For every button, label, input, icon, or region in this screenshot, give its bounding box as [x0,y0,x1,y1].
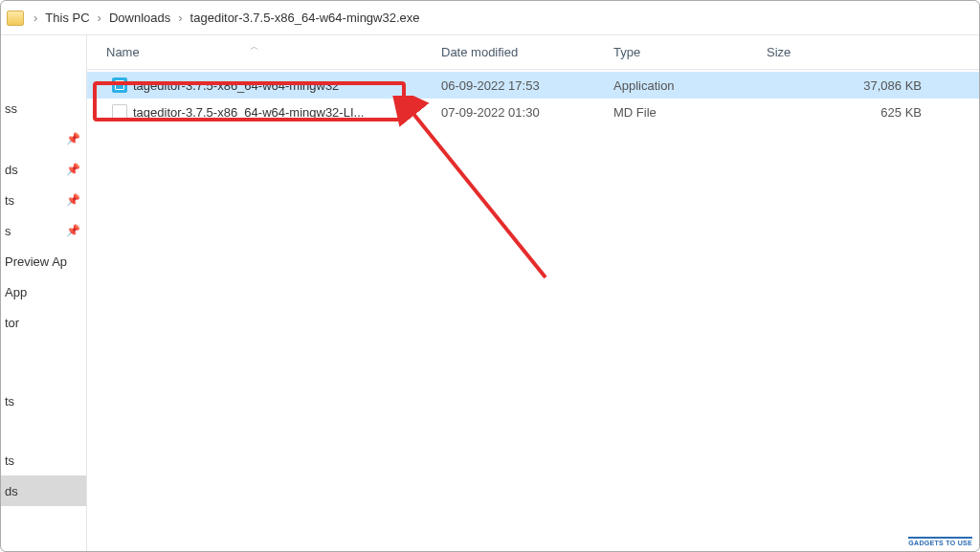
file-row[interactable]: tageditor-3.7.5-x86_64-w64-mingw32-LI...… [87,99,979,125]
sidebar-item-label: Preview Ap [5,254,67,269]
sidebar-item[interactable]: ts [1,386,86,416]
breadcrumb-current[interactable]: tageditor-3.7.5-x86_64-w64-mingw32.exe [190,11,420,25]
column-headers: Name ︿ Date modified Type Size [87,35,979,70]
sidebar-item[interactable]: ts📌 [1,185,86,215]
file-list: tageditor-3.7.5-x86_64-w64-mingw32 06-09… [87,70,979,551]
sidebar: ss 📌 ds📌 ts📌 s📌 Preview Ap App tor ts ts… [1,35,87,551]
sidebar-item[interactable]: ts [1,445,86,475]
column-header-date[interactable]: Date modified [441,45,613,59]
column-header-name[interactable]: Name ︿ [87,45,441,59]
chevron-right-icon: › [90,11,109,25]
sidebar-item-label: ds [5,163,18,177]
sidebar-item[interactable]: App [1,276,86,307]
sidebar-item-label: ts [5,453,14,468]
column-header-type[interactable]: Type [613,45,767,59]
sidebar-item[interactable]: s📌 [1,215,86,246]
file-date: 06-09-2022 17:53 [441,78,613,93]
sidebar-item-label: ds [5,484,18,498]
breadcrumb-this-pc[interactable]: This PC [45,11,89,25]
file-date: 07-09-2022 01:30 [441,105,613,120]
file-size: 37,086 KB [767,78,979,93]
sidebar-item[interactable]: Preview Ap [1,246,86,276]
file-name: tageditor-3.7.5-x86_64-w64-mingw32 [133,78,339,93]
watermark: GADGETS TO USE [908,537,972,546]
breadcrumb-bar[interactable]: › This PC › Downloads › tageditor-3.7.5-… [1,1,979,35]
folder-icon [7,11,24,26]
sort-indicator-icon: ︿ [250,40,259,54]
sidebar-item-label: App [5,285,27,299]
pin-icon: 📌 [66,224,80,237]
sidebar-item[interactable]: ss [1,93,86,123]
sidebar-item-label: ts [5,193,14,208]
file-row[interactable]: tageditor-3.7.5-x86_64-w64-mingw32 06-09… [87,72,979,99]
sidebar-item-label: s [5,224,11,238]
sidebar-item-label: ts [5,394,14,408]
file-size: 625 KB [767,105,979,120]
sidebar-item-label: tor [5,316,19,330]
pin-icon: 📌 [66,163,80,176]
sidebar-item-label: ss [5,101,17,116]
sidebar-item[interactable]: ds📌 [1,154,86,185]
file-type: Application [613,78,767,93]
file-name: tageditor-3.7.5-x86_64-w64-mingw32-LI... [133,105,364,120]
sidebar-item[interactable]: 📌 [1,123,86,154]
file-type: MD File [613,105,767,120]
column-header-size[interactable]: Size [767,45,979,59]
sidebar-item[interactable]: tor [1,307,86,338]
breadcrumb-downloads[interactable]: Downloads [109,11,170,25]
file-pane: Name ︿ Date modified Type Size tageditor… [87,35,979,551]
sidebar-item[interactable]: ds [1,475,86,506]
chevron-right-icon: › [26,11,45,25]
column-label: Name [106,45,140,59]
application-icon [112,77,127,93]
pin-icon: 📌 [66,193,80,207]
document-icon [112,104,127,120]
pin-icon: 📌 [66,132,80,145]
chevron-right-icon: › [170,11,189,25]
